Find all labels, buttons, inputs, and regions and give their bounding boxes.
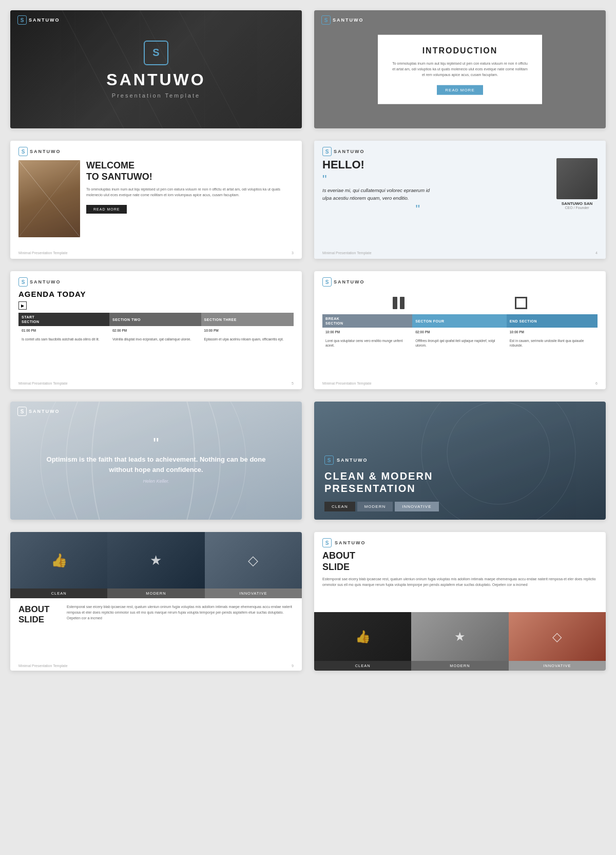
- slide-6-footer: Minimal Presentation Template 6: [322, 382, 598, 385]
- btn-innovative[interactable]: INNOVATIVE: [395, 502, 438, 511]
- break-table: BREAK SECTION SECTON FOUR END SECTION 10…: [322, 314, 598, 350]
- svg-line-2: [140, 10, 217, 128]
- quote-close: ": [322, 204, 420, 214]
- diamond-icon: ◇: [248, 553, 258, 568]
- brand-name: SANTUWO: [106, 70, 205, 89]
- person-role: CEO / Founder: [556, 206, 598, 210]
- corner-logo-3: S SANTUWO: [18, 147, 294, 156]
- slide-3: S SANTUWO WELCOME TO SANTUWO!: [10, 141, 302, 259]
- svg-line-3: [179, 10, 256, 128]
- about-heading-10: ABOUT SLIDE: [322, 550, 598, 573]
- corner-brand-text-2: SANTUWO: [333, 17, 364, 23]
- slide-10: S SANTUWO ABOUT SLIDE Estemporat sae eic…: [314, 532, 606, 671]
- slide-9: 👍 ★ ◇ CLEAN MODERN INNOVATIVE ABOUT SLID…: [10, 532, 302, 671]
- slide-6: S SANTUWO BREAK SECTION SECTON FOUR END …: [314, 271, 606, 389]
- corner-logo-6: S SANTUWO: [322, 277, 598, 287]
- about-heading-9: ABOUT SLIDE: [18, 604, 60, 661]
- svg-line-0: [62, 10, 140, 128]
- slide-10-left: S SANTUWO ABOUT SLIDE Estemporat sae eic…: [322, 538, 598, 588]
- quote-author: Helen Keller.: [36, 479, 276, 484]
- slide-9-img-3: ◇: [205, 532, 302, 588]
- slide-2: S SANTUWO INTRODUCTION To ommoluptas inu…: [314, 10, 606, 128]
- break-row-time: 10:00 PM 02:00 PM 10:00 PM: [322, 328, 598, 336]
- slide-10-img-1: 👍: [314, 612, 411, 661]
- slide-9-footer: Minimal Presentation Template 9: [10, 664, 302, 671]
- slide-10-top: S SANTUWO ABOUT SLIDE Estemporat sae eic…: [314, 532, 606, 592]
- label-innovative-9: INNOVATIVE: [205, 588, 302, 598]
- corner-logo-box-4: S: [322, 147, 332, 156]
- slide-4: S SANTUWO HELLO! " Is everiae mi, qui cu…: [314, 141, 606, 259]
- label-innovative-10: INNOVATIVE: [509, 661, 606, 671]
- slide-9-images: 👍 ★ ◇: [10, 532, 302, 588]
- welcome-text: To ommoluptas inum num aut liqu iepteise…: [86, 186, 294, 198]
- corner-logo-7: S SANTUWO: [17, 407, 60, 416]
- corner-logo-box: S: [17, 15, 27, 25]
- slide-5: S SANTUWO AGENDA TODAY ▶ START SECTION S…: [10, 271, 302, 389]
- intro-card: INTRODUCTION To ommoluptas inum num aut …: [378, 35, 542, 104]
- quote-open: ": [322, 175, 435, 184]
- label-modern-9: MODERN: [107, 588, 204, 598]
- hello-text: HELLO!: [322, 158, 435, 172]
- btn-clean[interactable]: CLEAN: [324, 502, 355, 511]
- play-icon: ▶: [18, 301, 27, 310]
- corner-logo-letter-3: S: [22, 149, 25, 155]
- corner-logo-letter: S: [21, 17, 24, 23]
- quote-slide-text: Optimism is the faith that leads to achi…: [36, 454, 276, 474]
- about-text-10: Estemporat sae eicery blab ipcaecae rest…: [322, 577, 598, 588]
- square-icon: [515, 297, 527, 309]
- header-3: SECTION THREE: [201, 313, 294, 326]
- btn-modern[interactable]: MODERN: [357, 502, 393, 511]
- corner-logo-5: S SANTUWO: [18, 277, 294, 287]
- slide-9-content: ABOUT SLIDE Estemporat sae eicery blab i…: [10, 598, 302, 664]
- slide-8-title: CLEAN & MODERN PRESENTATION: [324, 470, 595, 495]
- intro-text: To ommoluptas inum num aut liqu iepteise…: [392, 61, 528, 78]
- agenda-table: START SECTION SECTION TWO SECTION THREE …: [18, 313, 294, 344]
- corner-logo-10: S SANTUWO: [322, 538, 598, 547]
- quote-content: " Optimism is the faith that leads to ac…: [10, 427, 302, 495]
- corner-brand-text: SANTUWO: [29, 17, 60, 23]
- corner-logo-box-2: S: [321, 15, 331, 25]
- corner-logo-box-3: S: [18, 147, 28, 156]
- agenda-row-time: 01:00 PM 02:00 PM 10:00 PM: [18, 326, 294, 335]
- about-text-9: Estemporat sae eicery blab ipcaecae rest…: [67, 604, 294, 661]
- star-icon: ★: [150, 553, 162, 568]
- slide-10-labels: CLEAN MODERN INNOVATIVE: [314, 661, 606, 671]
- quote-mark-open: ": [36, 438, 276, 451]
- read-more-btn-3[interactable]: READ MORE: [86, 205, 127, 214]
- corner-logo: S SANTUWO: [17, 15, 60, 25]
- slide-4-footer: Minimal Presentation Template 4: [322, 251, 598, 255]
- slide-10-img-3: ◇: [509, 612, 606, 661]
- slide-10-images: 👍 ★ ◇: [314, 612, 606, 661]
- slide-5-footer: Minimal Presentation Template 5: [18, 382, 294, 385]
- quote-text: Is everiae mi, qui cullatemqui volorec e…: [322, 186, 435, 202]
- slide-9-labels: CLEAN MODERN INNOVATIVE: [10, 588, 302, 598]
- slide-8-buttons: CLEAN MODERN INNOVATIVE: [324, 502, 595, 511]
- corner-logo-4: S SANTUWO: [322, 147, 598, 156]
- label-clean-9: CLEAN: [10, 588, 107, 598]
- corner-logo-letter-2: S: [324, 17, 328, 23]
- slide-7: S SANTUWO " Optimism is the faith that l…: [10, 402, 302, 520]
- slide-3-footer: Minimal Presentation Template 3: [18, 251, 294, 255]
- break-header-1: BREAK SECTION: [322, 314, 412, 328]
- thumbs-icon-10: 👍: [355, 630, 371, 644]
- person-name: SANTUWO SAN: [556, 201, 598, 206]
- header-1: START SECTION: [18, 313, 109, 326]
- pause-icon: [393, 297, 405, 309]
- corner-logo-2: S SANTUWO: [321, 15, 364, 25]
- slide-8-logo: S SANTUWO: [324, 455, 595, 465]
- agenda-title: AGENDA TODAY: [18, 290, 294, 298]
- star-icon-10: ★: [454, 630, 466, 644]
- portrait: [556, 158, 598, 199]
- label-clean-10: CLEAN: [314, 661, 411, 671]
- break-header-3: END SECTION: [507, 314, 598, 328]
- slide-10-img-2: ★: [411, 612, 508, 661]
- welcome-heading: WELCOME TO SANTUWO!: [86, 160, 294, 182]
- main-logo-letter: S: [152, 47, 159, 59]
- slide-9-img-2: ★: [107, 532, 204, 588]
- agenda-row-text: Is contet utis sam faucibilis astchati a…: [18, 335, 294, 344]
- thumbs-icon: 👍: [51, 553, 67, 568]
- label-modern-10: MODERN: [411, 661, 508, 671]
- slide-3-image: [18, 160, 80, 237]
- slide-1: S SANTUWO S SANTUWO Presentation Templat…: [10, 10, 302, 128]
- read-more-btn-2[interactable]: READ MORE: [437, 85, 483, 94]
